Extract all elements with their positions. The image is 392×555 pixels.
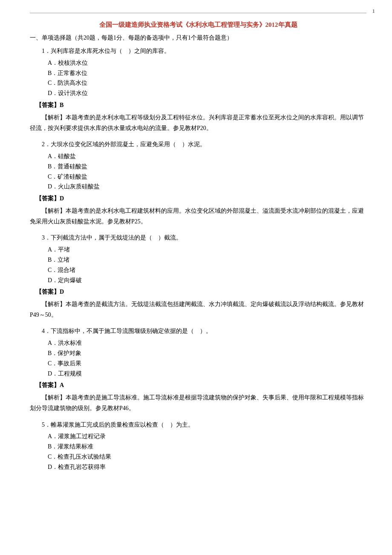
option-2-3: D．火山灰质硅酸盐 [48, 182, 366, 192]
question-text-4: 4．下流指标中，不属于施工导流围堰级别确定依据的是（ ）。 [30, 326, 366, 336]
answer-2: 【答案】D [36, 194, 366, 204]
option-1-1: B．正常蓄水位 [48, 68, 366, 78]
question-block-1: 1．兴利库容是水库死水位与（ ）之间的库容。A．校核洪水位B．正常蓄水位C．防洪… [30, 46, 366, 133]
option-1-3: D．设计洪水位 [48, 88, 366, 98]
question-block-2: 2．大坝水位变化区域的外部混凝土，应避免采用（ ）水泥。A．硅酸盐B．普通硅酸盐… [30, 139, 366, 227]
option-4-2: C．事故后果 [48, 358, 366, 369]
option-2-1: B．普通硅酸盐 [48, 162, 366, 172]
questions-container: 1．兴利库容是水库死水位与（ ）之间的库容。A．校核洪水位B．正常蓄水位C．防洪… [30, 46, 366, 472]
option-1-0: A．校核洪水位 [48, 58, 366, 68]
option-3-1: B．立堵 [48, 255, 366, 265]
option-4-1: B．保护对象 [48, 348, 366, 358]
option-1-2: C．防洪高水位 [48, 78, 366, 88]
option-5-1: B．灌浆结果标准 [48, 442, 366, 452]
option-3-0: A．平堵 [48, 245, 366, 255]
question-text-2: 2．大坝水位变化区域的外部混凝土，应避免采用（ ）水泥。 [30, 139, 366, 150]
analysis-2: 【解析】本题考查的是水利水电工程建筑材料的应用。水位变化区域的外部混凝土、溢流面… [30, 205, 366, 227]
section-header: 一、单项选择题（共20题，每题1分、每题的备选项中，只有1个最符合题意） [30, 34, 366, 42]
option-4-3: D．工程规模 [48, 369, 366, 379]
option-2-2: C．矿渣硅酸盐 [48, 172, 366, 182]
document-title: 全国一级建造师执业资格考试《水利水电工程管理与实务》2012年真题 [30, 21, 366, 29]
top-divider [30, 13, 366, 13]
option-4-0: A．洪水标准 [48, 338, 366, 348]
question-block-3: 3．下列截流方法中，属于无戗堤法的是（ ）截流。A．平堵B．立堵C．混合堵D．定… [30, 233, 366, 320]
question-text-1: 1．兴利库容是水库死水位与（ ）之间的库容。 [30, 46, 366, 56]
question-block-4: 4．下流指标中，不属于施工导流围堰级别确定依据的是（ ）。A．洪水标准B．保护对… [30, 326, 366, 413]
option-5-2: C．检查孔压水试验结果 [48, 452, 366, 462]
page-number: 1 [372, 8, 375, 14]
option-3-2: C．混合堵 [48, 265, 366, 275]
answer-3: 【答案】D [36, 287, 366, 297]
option-3-3: D．定向爆破 [48, 275, 366, 286]
answer-4: 【答案】A [36, 380, 366, 390]
option-2-0: A．硅酸盐 [48, 151, 366, 162]
analysis-1: 【解析】本题考查的是水利水电工程等级划分及工程特征水位。兴利库容是正常蓄水位至死… [30, 112, 366, 133]
option-5-3: D．检查孔岩芯获得率 [48, 462, 366, 472]
analysis-3: 【解析】本题考查的是截流方法。无戗堤法截流包括建闸截流、水力冲填截流、定向爆破截… [30, 299, 366, 320]
answer-1: 【答案】B [36, 100, 366, 110]
question-block-5: 5．帷幕灌浆施工完成后的质量检查应以检查（ ）为主。A．灌浆施工过程记录B．灌浆… [30, 420, 366, 472]
option-5-0: A．灌浆施工过程记录 [48, 431, 366, 442]
question-text-3: 3．下列截流方法中，属于无戗堤法的是（ ）截流。 [30, 233, 366, 243]
question-text-5: 5．帷幕灌浆施工完成后的质量检查应以检查（ ）为主。 [30, 420, 366, 430]
analysis-4: 【解析】本题考查的是施工导流标准。施工导流标准是根据导流建筑物的保护对象、失事后… [30, 392, 366, 413]
